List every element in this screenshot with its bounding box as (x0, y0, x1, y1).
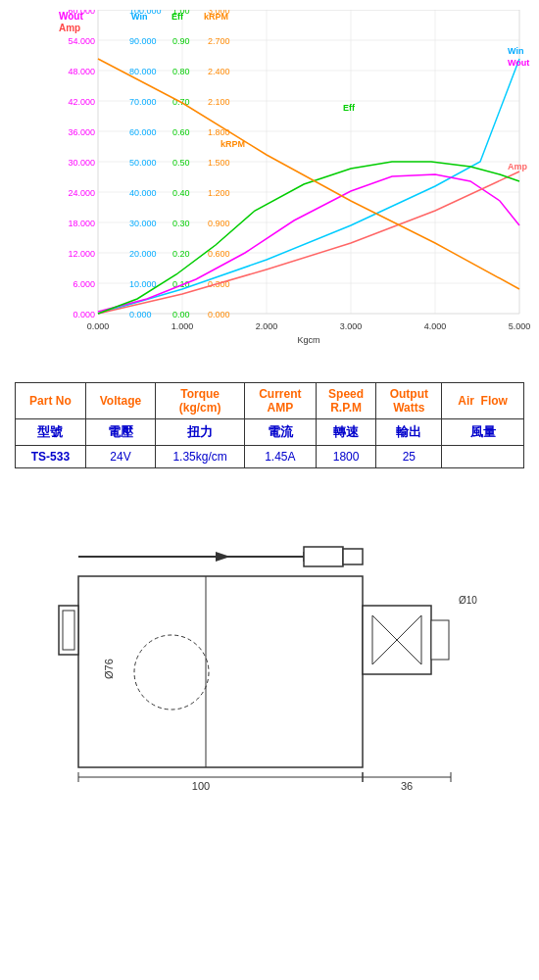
wout-legend: Wout (508, 58, 529, 68)
svg-text:1.00: 1.00 (172, 10, 190, 16)
col-output-en: OutputWatts (376, 383, 442, 419)
svg-text:2.100: 2.100 (208, 97, 230, 107)
row-partno: TS-533 (16, 446, 86, 468)
col-partno-zh: 型號 (16, 419, 86, 446)
svg-text:4.000: 4.000 (424, 321, 447, 331)
svg-text:0.000: 0.000 (73, 310, 95, 319)
svg-text:1.500: 1.500 (208, 158, 230, 168)
col-partno-en: Part No (16, 383, 86, 419)
col-torque-en: Torque(kg/cm) (156, 383, 245, 419)
svg-text:0.000: 0.000 (87, 321, 110, 331)
svg-text:90.000: 90.000 (129, 36, 157, 46)
svg-text:0.900: 0.900 (208, 219, 230, 228)
svg-text:42.000: 42.000 (68, 97, 95, 107)
wout-label: Wout (59, 11, 83, 22)
svg-text:100.000: 100.000 (129, 10, 162, 16)
dim-36-label: 36 (401, 780, 413, 792)
col-airflow-zh: 風量 (442, 419, 524, 446)
svg-text:2.700: 2.700 (208, 36, 230, 46)
dim-d76-label: Ø76 (103, 659, 115, 679)
svg-text:5.000: 5.000 (509, 321, 531, 331)
specs-table: Part No Voltage Torque(kg/cm) CurrentAMP… (15, 382, 524, 468)
svg-text:18.000: 18.000 (68, 219, 95, 228)
svg-rect-83 (63, 611, 74, 650)
svg-text:3.000: 3.000 (340, 321, 363, 331)
svg-text:30.000: 30.000 (68, 158, 95, 168)
row-current: 1.45A (245, 446, 317, 468)
svg-text:54.000: 54.000 (68, 36, 95, 46)
pipe-connector (304, 547, 343, 566)
svg-text:Kgcm: Kgcm (297, 335, 319, 345)
win-legend: Win (508, 46, 523, 56)
pipe-end (343, 549, 363, 564)
dim-d10-label: Ø10 (459, 595, 477, 606)
col-current-zh: 電流 (245, 419, 317, 446)
main-body (78, 576, 363, 767)
svg-text:40.000: 40.000 (129, 188, 157, 198)
performance-chart: 0.000 6.000 12.000 18.000 24.000 30.000 … (59, 10, 539, 353)
col-voltage-zh: 電壓 (85, 419, 155, 446)
svg-text:12.000: 12.000 (68, 249, 95, 259)
diagram-section: Ø76 Ø10 100 36 (0, 478, 539, 811)
col-torque-zh: 扭力 (156, 419, 245, 446)
row-speed: 1800 (316, 446, 376, 468)
svg-text:1.800: 1.800 (208, 127, 230, 137)
svg-text:0.50: 0.50 (172, 158, 190, 168)
col-output-zh: 輸出 (376, 419, 442, 446)
technical-diagram: Ø76 Ø10 100 36 (20, 498, 519, 802)
row-output: 25 (376, 446, 442, 468)
svg-text:0.90: 0.90 (172, 36, 190, 46)
row-torque: 1.35kg/cm (156, 446, 245, 468)
svg-text:0.20: 0.20 (172, 249, 190, 259)
svg-text:3.000: 3.000 (208, 10, 230, 16)
svg-text:6.000: 6.000 (73, 279, 95, 289)
svg-text:30.000: 30.000 (129, 219, 157, 228)
svg-text:2.400: 2.400 (208, 67, 230, 76)
row-voltage: 24V (85, 446, 155, 468)
eff-legend: Eff (343, 103, 356, 113)
svg-text:0.80: 0.80 (172, 67, 190, 76)
pipe-arrow (216, 552, 230, 562)
svg-text:60.000: 60.000 (129, 127, 157, 137)
svg-text:1.000: 1.000 (172, 321, 194, 331)
dim-100-label: 100 (192, 780, 210, 792)
svg-text:0.000: 0.000 (208, 310, 230, 319)
svg-text:36.000: 36.000 (68, 127, 95, 137)
svg-text:1.200: 1.200 (208, 188, 230, 198)
amp-legend: Amp (508, 162, 528, 172)
col-airflow-en: Air Flow (442, 383, 524, 419)
svg-text:70.000: 70.000 (129, 97, 157, 107)
svg-text:0.30: 0.30 (172, 219, 190, 228)
svg-text:50.000: 50.000 (129, 158, 157, 168)
svg-text:2.000: 2.000 (256, 321, 278, 331)
amp-label: Amp (59, 23, 80, 33)
svg-text:24.000: 24.000 (68, 188, 95, 198)
chart-section: 0.000 6.000 12.000 18.000 24.000 30.000 … (0, 0, 539, 372)
krpm-legend: kRPM (220, 139, 245, 149)
svg-text:0.600: 0.600 (208, 249, 230, 259)
svg-text:80.000: 80.000 (129, 67, 157, 76)
right-connector (431, 620, 449, 660)
svg-text:0.000: 0.000 (129, 310, 152, 319)
svg-text:0.40: 0.40 (172, 188, 190, 198)
svg-text:10.000: 10.000 (129, 279, 157, 289)
row-airflow (442, 446, 524, 468)
svg-text:0.60: 0.60 (172, 127, 190, 137)
svg-text:0.00: 0.00 (172, 310, 190, 319)
col-speed-en: SpeedR.P.M (316, 383, 376, 419)
table-section: Part No Voltage Torque(kg/cm) CurrentAMP… (0, 372, 539, 478)
svg-text:48.000: 48.000 (68, 67, 95, 76)
svg-text:20.000: 20.000 (129, 249, 157, 259)
col-current-en: CurrentAMP (245, 383, 317, 419)
col-voltage-en: Voltage (85, 383, 155, 419)
col-speed-zh: 轉速 (316, 419, 376, 446)
